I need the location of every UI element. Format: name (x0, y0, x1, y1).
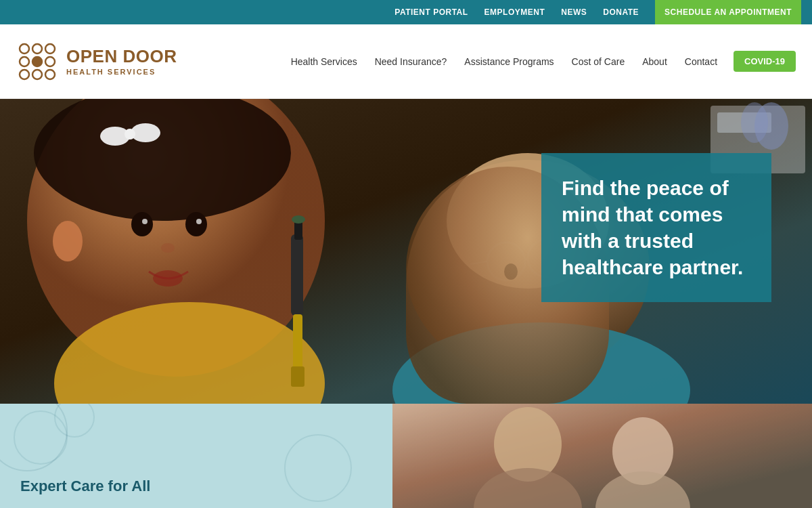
logo-text: OPEN DOOR HEALTH SERVICES (66, 47, 177, 76)
svg-point-40 (741, 102, 768, 143)
schedule-appointment-button[interactable]: SCHEDULE AN APPOINTMENT (655, 0, 801, 24)
employment-link[interactable]: EMPLOYMENT (484, 7, 545, 17)
deco-circle-4 (284, 434, 352, 502)
svg-point-25 (487, 242, 525, 280)
nav-contact[interactable]: Contact (678, 52, 724, 71)
bottom-right-image (392, 404, 812, 508)
svg-point-16 (125, 129, 135, 140)
bottom-left-card: Expert Care for All (0, 404, 392, 508)
nav-cost-of-care[interactable]: Cost of Care (565, 52, 632, 71)
nav-assistance-programs[interactable]: Assistance Programs (457, 52, 560, 71)
svg-rect-36 (291, 366, 304, 387)
donate-link[interactable]: DONATE (603, 7, 639, 17)
nav-need-insurance[interactable]: Need Insurance? (368, 52, 454, 71)
covid-button[interactable]: COVID-19 (734, 51, 796, 72)
bottom-image-bg (392, 404, 812, 508)
svg-point-18 (185, 212, 207, 236)
hero-text-overlay: Find the peace of mind that comes with a… (541, 153, 771, 302)
svg-line-28 (470, 261, 487, 264)
logo-area[interactable]: OPEN DOOR HEALTH SERVICES (16, 41, 177, 83)
logo-name: OPEN DOOR (66, 47, 177, 66)
hero-section: Find the peace of mind that comes with a… (0, 99, 812, 404)
svg-line-27 (525, 259, 528, 260)
svg-rect-35 (293, 314, 302, 368)
svg-rect-33 (294, 221, 302, 240)
bottom-section: Expert Care for All (0, 404, 812, 508)
svg-point-20 (196, 219, 202, 224)
svg-point-22 (153, 270, 183, 287)
svg-point-19 (142, 219, 148, 224)
svg-rect-32 (291, 234, 303, 316)
logo-subtitle: HEALTH SERVICES (66, 68, 177, 76)
hero-headline: Find the peace of mind that comes with a… (562, 175, 751, 280)
news-link[interactable]: NEWS (561, 7, 587, 17)
logo-icon (16, 41, 58, 83)
svg-point-21 (161, 243, 175, 253)
top-bar: PATIENT PORTAL EMPLOYMENT NEWS DONATE SC… (0, 0, 812, 24)
svg-point-23 (53, 221, 83, 261)
patient-portal-link[interactable]: PATIENT PORTAL (394, 7, 468, 17)
nav-about[interactable]: About (635, 52, 674, 71)
nav-health-services[interactable]: Health Services (284, 52, 364, 71)
svg-point-31 (504, 263, 518, 280)
header: OPEN DOOR HEALTH SERVICES Health Service… (0, 24, 812, 99)
svg-point-17 (131, 212, 153, 236)
main-nav: Health Services Need Insurance? Assistan… (284, 51, 796, 72)
svg-point-34 (292, 215, 305, 224)
svg-point-5 (32, 57, 42, 66)
